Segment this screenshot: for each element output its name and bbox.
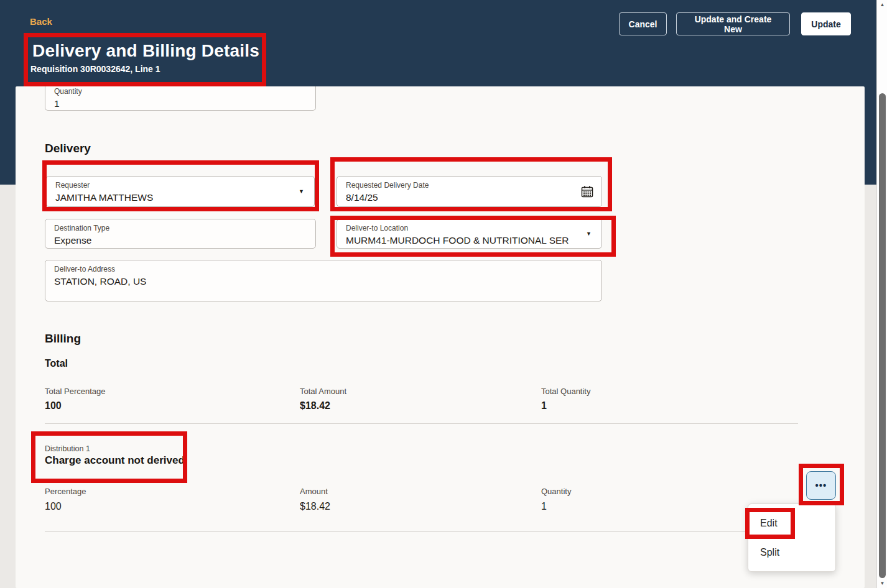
total-quantity-label: Total Quantity bbox=[541, 387, 591, 396]
content-panel: Quantity 1 Delivery Requester JAMITHA MA… bbox=[16, 86, 865, 588]
vertical-scrollbar[interactable]: ▲ ▼ bbox=[876, 0, 887, 588]
divider bbox=[45, 531, 798, 532]
ellipsis-icon: ••• bbox=[815, 482, 827, 489]
quantity-value: 1 bbox=[54, 97, 307, 110]
scrollbar-thumb[interactable] bbox=[879, 93, 886, 578]
requester-value: JAMITHA MATTHEWS bbox=[55, 191, 305, 204]
total-quantity-value: 1 bbox=[541, 400, 547, 411]
deliver-to-location-label: Deliver-to Location bbox=[346, 224, 593, 233]
charge-account-warning: Charge account not derived bbox=[45, 454, 185, 467]
quantity-col-value: 1 bbox=[541, 501, 547, 512]
percentage-label: Percentage bbox=[45, 487, 86, 496]
page-subtitle: Requisition 30R0032642, Line 1 bbox=[30, 64, 160, 74]
deliver-to-location-select[interactable]: Deliver-to Location MURM41-MURDOCH FOOD … bbox=[337, 219, 602, 249]
delivery-billing-details-page: Back Delivery and Billing Details Requis… bbox=[0, 0, 887, 588]
back-link[interactable]: Back bbox=[30, 16, 52, 27]
deliver-to-address-value: STATION, ROAD, US bbox=[54, 275, 593, 288]
requested-delivery-date-field[interactable]: Requested Delivery Date 8/14/25 bbox=[337, 176, 602, 207]
requested-delivery-date-value: 8/14/25 bbox=[346, 191, 593, 204]
billing-total-heading: Total bbox=[45, 358, 68, 369]
cancel-button[interactable]: Cancel bbox=[619, 12, 667, 35]
destination-type-label: Destination Type bbox=[54, 224, 307, 233]
total-percentage-value: 100 bbox=[45, 400, 62, 411]
scroll-down-arrow-icon[interactable]: ▼ bbox=[877, 581, 887, 586]
menu-item-split[interactable]: Split bbox=[748, 538, 835, 567]
billing-section-heading: Billing bbox=[45, 332, 81, 346]
total-amount-label: Total Amount bbox=[300, 387, 346, 396]
chevron-down-icon: ▼ bbox=[586, 231, 592, 237]
quantity-field: Quantity 1 bbox=[45, 86, 316, 111]
total-amount-value: $18.42 bbox=[300, 400, 330, 411]
distribution-label: Distribution 1 bbox=[45, 444, 90, 453]
destination-type-value: Expense bbox=[54, 234, 307, 247]
menu-item-edit[interactable]: Edit bbox=[748, 508, 835, 538]
requester-label: Requester bbox=[55, 181, 305, 190]
requester-select[interactable]: Requester JAMITHA MATTHEWS ▼ bbox=[46, 176, 315, 207]
update-and-create-new-button[interactable]: Update and Create New bbox=[676, 12, 790, 35]
distribution-actions-button[interactable]: ••• bbox=[806, 471, 836, 500]
amount-value: $18.42 bbox=[300, 501, 330, 512]
scroll-up-arrow-icon[interactable]: ▲ bbox=[877, 2, 887, 7]
chevron-down-icon: ▼ bbox=[299, 189, 304, 195]
delivery-section-heading: Delivery bbox=[45, 142, 91, 155]
deliver-to-address-label: Deliver-to Address bbox=[54, 265, 593, 274]
distribution-actions-menu: Edit Split bbox=[748, 503, 836, 572]
destination-type-field: Destination Type Expense bbox=[45, 219, 316, 249]
page-title: Delivery and Billing Details bbox=[32, 41, 259, 61]
requested-delivery-date-label: Requested Delivery Date bbox=[346, 181, 593, 190]
percentage-value: 100 bbox=[45, 501, 62, 512]
amount-label: Amount bbox=[300, 487, 328, 496]
calendar-icon[interactable] bbox=[580, 185, 594, 198]
quantity-col-label: Quantity bbox=[541, 487, 571, 496]
total-percentage-label: Total Percentage bbox=[45, 387, 106, 396]
update-button[interactable]: Update bbox=[801, 12, 851, 35]
quantity-label: Quantity bbox=[54, 87, 307, 96]
deliver-to-address-field: Deliver-to Address STATION, ROAD, US bbox=[45, 260, 602, 301]
deliver-to-location-value: MURM41-MURDOCH FOOD & NUTRITIONAL SER bbox=[346, 234, 593, 247]
divider bbox=[45, 423, 798, 424]
